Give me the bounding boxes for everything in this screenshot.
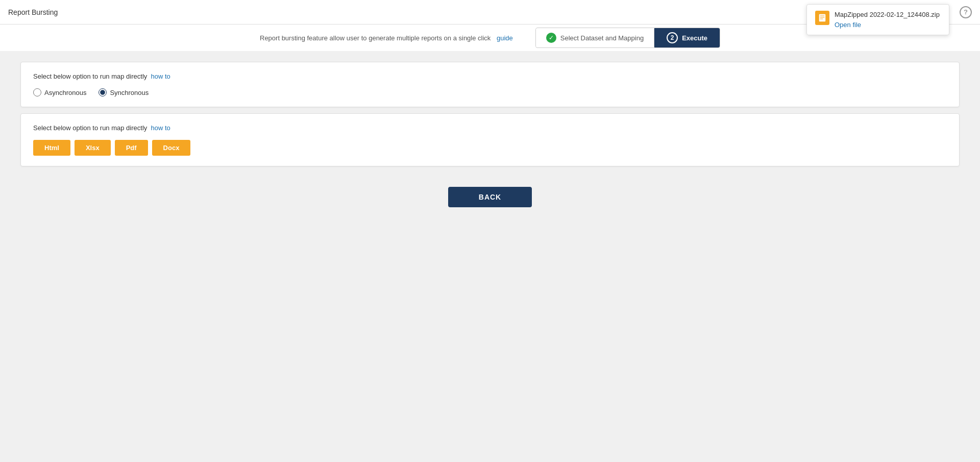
card-mode-selection: Select below option to run map directly … xyxy=(20,62,960,107)
notification-filename: MapZipped 2022-02-12_124408.zip xyxy=(835,11,941,18)
card2-heading: Select below option to run map directly … xyxy=(33,124,947,132)
radio-group: Asynchronous Synchronous xyxy=(33,88,947,96)
notification-open-file-link[interactable]: Open file xyxy=(835,21,861,29)
radio-async-label: Asynchronous xyxy=(44,89,86,96)
radio-synchronous[interactable]: Synchronous xyxy=(99,88,149,96)
format-btn-docx[interactable]: Docx xyxy=(152,140,191,156)
radio-sync-input[interactable] xyxy=(99,88,107,96)
stepper-container: ✓ Select Dataset and Mapping 2 Execute xyxy=(535,28,720,48)
step2-label: Execute xyxy=(682,34,707,42)
help-button[interactable]: ? xyxy=(960,6,972,18)
step1-label: Select Dataset and Mapping xyxy=(560,34,644,42)
back-btn-container: BACK xyxy=(20,187,960,228)
notification-content: MapZipped 2022-02-12_124408.zip Open fil… xyxy=(835,11,941,29)
step-2: 2 Execute xyxy=(654,28,720,47)
notification-popup: MapZipped 2022-02-12_124408.zip Open fil… xyxy=(806,4,949,35)
format-btn-html[interactable]: Html xyxy=(33,140,70,156)
format-buttons-group: Html Xlsx Pdf Docx xyxy=(33,140,947,156)
notification-file-icon xyxy=(815,11,829,25)
stepper-widget: ✓ Select Dataset and Mapping 2 Execute xyxy=(535,28,720,48)
card1-howto-link[interactable]: how to xyxy=(151,72,170,80)
card-format-selection: Select below option to run map directly … xyxy=(20,113,960,166)
description-text: Report bursting feature allow user to ge… xyxy=(260,34,491,42)
card2-howto-link[interactable]: how to xyxy=(151,124,170,132)
radio-asynchronous[interactable]: Asynchronous xyxy=(33,88,86,96)
card1-heading: Select below option to run map directly … xyxy=(33,72,947,80)
main-content: Select below option to run map directly … xyxy=(0,52,980,462)
back-button[interactable]: BACK xyxy=(448,187,532,207)
format-btn-xlsx[interactable]: Xlsx xyxy=(75,140,111,156)
step2-number: 2 xyxy=(667,32,678,43)
radio-sync-label: Synchronous xyxy=(110,89,149,96)
guide-link[interactable]: guide xyxy=(497,34,513,42)
page-title: Report Bursting xyxy=(8,8,58,16)
radio-async-input[interactable] xyxy=(33,88,41,96)
step-1: ✓ Select Dataset and Mapping xyxy=(536,29,654,47)
step1-check-icon: ✓ xyxy=(546,33,556,43)
svg-rect-0 xyxy=(819,14,826,22)
format-btn-pdf[interactable]: Pdf xyxy=(115,140,148,156)
